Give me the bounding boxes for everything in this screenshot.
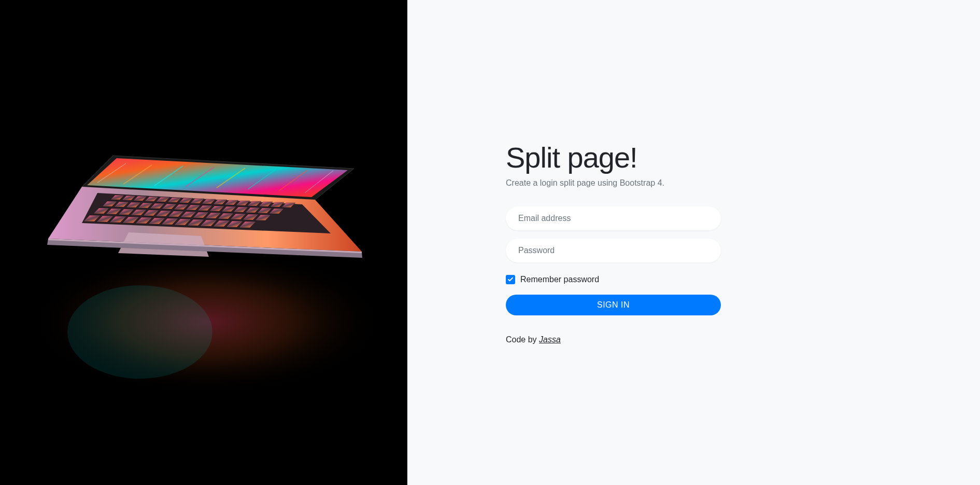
signin-button[interactable]: Sign in <box>506 295 721 315</box>
remember-label[interactable]: Remember password <box>520 275 599 284</box>
laptop-image <box>0 0 407 485</box>
email-field[interactable] <box>506 206 721 230</box>
footer-credit: Code by Jassa <box>506 335 721 344</box>
remember-checkbox[interactable] <box>506 275 515 284</box>
form-panel: Split page! Create a login split page us… <box>407 0 980 485</box>
page-title: Split page! <box>506 141 721 174</box>
footer-prefix: Code by <box>506 335 539 344</box>
footer-author-link[interactable]: Jassa <box>539 335 561 344</box>
password-field[interactable] <box>506 239 721 262</box>
svg-point-2 <box>67 285 212 379</box>
remember-row: Remember password <box>506 275 721 284</box>
hero-image-panel <box>0 0 407 485</box>
page-subtitle: Create a login split page using Bootstra… <box>506 178 721 188</box>
login-form-container: Split page! Create a login split page us… <box>506 141 721 344</box>
check-icon <box>507 276 514 283</box>
